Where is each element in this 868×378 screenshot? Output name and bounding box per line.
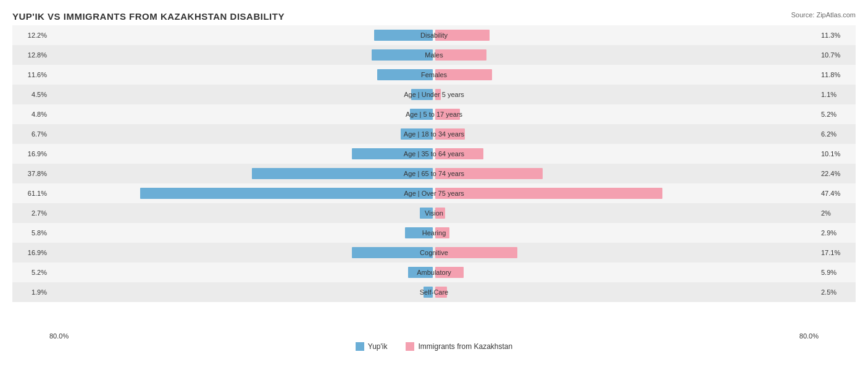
right-value: 17.1%	[819, 249, 856, 256]
right-value: 11.8%	[819, 71, 856, 78]
chart-area: 12.2%Disability11.3%12.8%Males10.7%11.6%…	[12, 25, 856, 330]
left-value: 4.5%	[12, 91, 49, 98]
chart-row: 1.9%Self-Care2.5%	[12, 282, 856, 302]
x-label-left: 80.0%	[49, 332, 69, 340]
bar-right-wrap	[434, 148, 819, 160]
legend-item-blue: Yup'ik	[356, 342, 388, 351]
bars-section: Hearing	[49, 223, 819, 243]
bar-left-wrap	[49, 227, 434, 239]
left-value: 16.9%	[12, 150, 49, 158]
chart-row: 6.7%Age | 18 to 34 years6.2%	[12, 124, 856, 144]
chart-row: 16.9%Cognitive17.1%	[12, 243, 856, 262]
bar-left-wrap	[49, 148, 434, 160]
legend-color-pink	[406, 342, 414, 351]
bar-right-wrap	[434, 88, 819, 101]
bars-section: Age | 5 to 17 years	[49, 104, 819, 124]
left-value: 61.1%	[12, 190, 49, 197]
x-label-right: 80.0%	[799, 332, 819, 340]
left-value: 5.8%	[12, 229, 49, 237]
bar-label: Disability	[420, 32, 448, 39]
right-value: 1.1%	[819, 91, 856, 98]
bars-section: Vision	[49, 203, 819, 223]
bar-right-wrap	[434, 167, 819, 180]
legend-label-pink: Immigrants from Kazakhstan	[418, 342, 512, 351]
bars-section: Age | Under 5 years	[49, 85, 819, 104]
bars-section: Age | 65 to 74 years	[49, 164, 819, 183]
bar-label: Age | Over 75 years	[404, 190, 464, 197]
bar-label: Females	[421, 71, 447, 78]
left-value: 5.2%	[12, 269, 49, 276]
bar-left-wrap	[49, 187, 434, 200]
bar-right-wrap	[434, 286, 819, 298]
chart-title: YUP'IK VS IMMIGRANTS FROM KAZAKHSTAN DIS…	[12, 11, 856, 22]
bar-right-wrap	[434, 207, 819, 219]
bar-right-wrap	[434, 246, 819, 259]
left-value: 12.8%	[12, 51, 49, 59]
bars-section: Cognitive	[49, 243, 819, 262]
bar-label: Age | 35 to 64 years	[404, 150, 464, 158]
bar-label: Self-Care	[420, 288, 448, 296]
bar-right-wrap	[434, 29, 819, 41]
bars-section: Age | 18 to 34 years	[49, 124, 819, 144]
bars-section: Ambulatory	[49, 262, 819, 282]
left-value: 37.8%	[12, 170, 49, 177]
bar-right-wrap	[434, 49, 819, 61]
legend-item-pink: Immigrants from Kazakhstan	[406, 342, 512, 351]
bar-pink	[435, 188, 662, 199]
chart-row: 4.5%Age | Under 5 years1.1%	[12, 85, 856, 104]
bars-section: Males	[49, 45, 819, 65]
left-value: 6.7%	[12, 130, 49, 138]
bar-left-wrap	[49, 108, 434, 120]
chart-row: 12.8%Males10.7%	[12, 45, 856, 65]
legend: Yup'ik Immigrants from Kazakhstan	[12, 342, 856, 351]
chart-row: 61.1%Age | Over 75 years47.4%	[12, 183, 856, 203]
bar-label: Age | 5 to 17 years	[406, 111, 462, 118]
bars-section: Self-Care	[49, 282, 819, 302]
bar-label: Age | 18 to 34 years	[404, 130, 464, 138]
source-text: Source: ZipAtlas.com	[791, 11, 856, 19]
legend-label-blue: Yup'ik	[368, 342, 388, 351]
bar-label: Cognitive	[420, 249, 448, 256]
right-value: 2.9%	[819, 229, 856, 237]
bar-blue	[372, 49, 433, 61]
bar-label: Age | 65 to 74 years	[404, 170, 464, 177]
bars-section: Disability	[49, 25, 819, 45]
legend-color-blue	[356, 342, 364, 351]
chart-row: 37.8%Age | 65 to 74 years22.4%	[12, 164, 856, 183]
bar-right-wrap	[434, 227, 819, 239]
bar-left-wrap	[49, 167, 434, 180]
right-value: 11.3%	[819, 32, 856, 39]
right-value: 22.4%	[819, 170, 856, 177]
x-axis: 80.0% 80.0%	[12, 332, 856, 340]
bar-label: Age | Under 5 years	[404, 91, 464, 98]
bar-left-wrap	[49, 246, 434, 259]
bar-label: Males	[425, 51, 443, 59]
left-value: 16.9%	[12, 249, 49, 256]
right-value: 10.7%	[819, 51, 856, 59]
chart-row: 5.2%Ambulatory5.9%	[12, 262, 856, 282]
bar-left-wrap	[49, 29, 434, 41]
right-value: 5.9%	[819, 269, 856, 276]
left-value: 2.7%	[12, 209, 49, 217]
bar-label: Ambulatory	[417, 269, 451, 276]
left-value: 1.9%	[12, 288, 49, 296]
chart-row: 2.7%Vision2%	[12, 203, 856, 223]
chart-row: 12.2%Disability11.3%	[12, 25, 856, 45]
bar-blue	[140, 188, 433, 199]
right-value: 2%	[819, 209, 856, 217]
bar-left-wrap	[49, 207, 434, 219]
bar-left-wrap	[49, 128, 434, 140]
bar-left-wrap	[49, 49, 434, 61]
bar-right-wrap	[434, 128, 819, 140]
right-value: 10.1%	[819, 150, 856, 158]
left-value: 12.2%	[12, 32, 49, 39]
chart-row: 16.9%Age | 35 to 64 years10.1%	[12, 144, 856, 164]
right-value: 5.2%	[819, 111, 856, 118]
chart-row: 11.6%Females11.8%	[12, 65, 856, 85]
chart-container: YUP'IK VS IMMIGRANTS FROM KAZAKHSTAN DIS…	[0, 0, 868, 378]
left-value: 4.8%	[12, 111, 49, 118]
right-value: 47.4%	[819, 190, 856, 197]
bar-right-wrap	[434, 266, 819, 279]
bars-section: Age | Over 75 years	[49, 183, 819, 203]
bar-left-wrap	[49, 286, 434, 298]
